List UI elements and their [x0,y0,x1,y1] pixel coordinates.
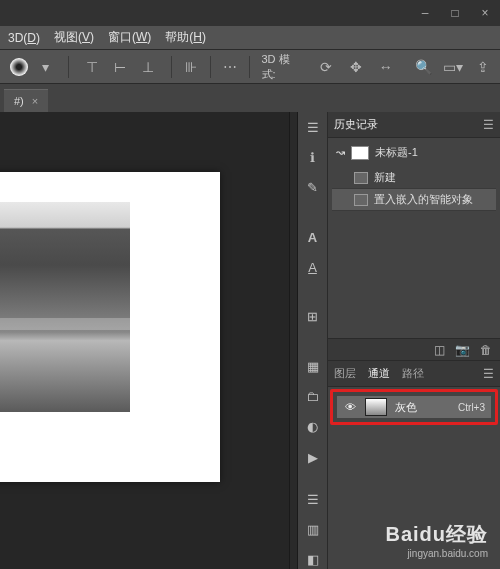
slide-3d-icon[interactable]: ↔ [375,56,397,78]
character-panel-icon[interactable]: A [303,228,323,246]
channels-panel: 图层 通道 路径 ☰ 👁 灰色 Ctrl+3 [328,361,500,569]
share-icon[interactable]: ⇪ [472,56,494,78]
menu-3d[interactable]: 3D(D) [8,31,40,45]
minimize-button[interactable]: – [418,6,432,20]
panel-menu-icon[interactable]: ☰ [483,367,494,381]
visibility-eye-icon[interactable]: 👁 [343,401,357,413]
align-more-icon[interactable]: ⊪ [180,56,202,78]
type-panel-icon[interactable]: A [303,258,323,276]
rail-menu-icon[interactable]: ☰ [303,118,323,136]
divider [171,56,172,78]
tab-paths[interactable]: 路径 [402,366,424,381]
options-bar: ▾ ⊤ ⊢ ⊥ ⊪ ⋯ 3D 模式: ⟳ ✥ ↔ 🔍 ▭▾ ⇪ [0,50,500,84]
title-bar: – □ × [0,0,500,26]
highlight-annotation: 👁 灰色 Ctrl+3 [330,389,498,425]
workspace-switch-icon[interactable]: ▭▾ [442,56,464,78]
align-top-icon[interactable]: ⊤ [81,56,103,78]
brush-preview-icon[interactable] [10,58,28,76]
tab-layers[interactable]: 图层 [334,366,356,381]
styles-panel-icon[interactable]: ◧ [303,551,323,569]
more-options-icon[interactable]: ⋯ [219,56,241,78]
canvas-area[interactable] [0,112,290,569]
artboard [0,172,220,482]
history-brush-icon: ↝ [336,146,345,159]
divider [249,56,250,78]
panel-menu-icon[interactable]: ☰ [483,118,494,132]
history-step[interactable]: 新建 [332,167,496,189]
trash-icon[interactable]: 🗑 [480,343,492,357]
actions-panel-icon[interactable]: ▶ [303,448,323,466]
document-tab-title: #) [14,95,24,107]
divider [68,56,69,78]
close-button[interactable]: × [478,6,492,20]
menu-bar: 3D(D) 视图(V) 窗口(W) 帮助(H) [0,26,500,50]
menu-window[interactable]: 窗口(W) [108,29,151,46]
history-panel-footer: ◫ 📷 🗑 [328,338,500,360]
placed-image [0,202,130,412]
history-thumb [351,146,369,160]
document-tab-bar: #) × [0,84,500,112]
history-document-row[interactable]: ↝ 未标题-1 [332,142,496,163]
pan-3d-icon[interactable]: ✥ [345,56,367,78]
glyphs-panel-icon[interactable]: ⊞ [303,308,323,326]
menu-view[interactable]: 视图(V) [54,29,94,46]
history-step[interactable]: 置入嵌入的智能对象 [332,189,496,211]
align-vcenter-icon[interactable]: ⊢ [109,56,131,78]
chevron-down-icon[interactable]: ▾ [34,56,56,78]
history-step-label: 置入嵌入的智能对象 [374,192,473,207]
new-doc-icon [354,172,368,184]
tab-history[interactable]: 历史记录 [334,117,378,132]
import-icon[interactable]: ◫ [434,343,445,357]
swatches-panel-icon[interactable]: ▥ [303,520,323,538]
adjustments-panel-icon[interactable]: ◐ [303,418,323,436]
align-bottom-icon[interactable]: ⊥ [137,56,159,78]
divider [210,56,211,78]
orbit-3d-icon[interactable]: ⟳ [315,56,337,78]
tab-channels[interactable]: 通道 [368,366,390,381]
search-icon[interactable]: 🔍 [413,56,435,78]
menu-help[interactable]: 帮助(H) [165,29,206,46]
rail-menu2-icon[interactable]: ☰ [303,490,323,508]
3d-mode-label: 3D 模式: [258,52,308,82]
place-embed-icon [354,194,368,206]
brush-panel-icon[interactable]: ✎ [303,178,323,196]
library-panel-icon[interactable]: 🗀 [303,388,323,406]
snapshot-icon[interactable]: 📷 [455,343,470,357]
history-doc-name: 未标题-1 [375,145,418,160]
maximize-button[interactable]: □ [448,6,462,20]
channel-thumb [365,398,387,416]
document-tab[interactable]: #) × [4,89,48,112]
channel-row-gray[interactable]: 👁 灰色 Ctrl+3 [337,396,491,418]
pattern-panel-icon[interactable]: ▦ [303,357,323,375]
panel-collapse-handle[interactable] [290,112,298,569]
channel-shortcut: Ctrl+3 [458,402,485,413]
channel-name: 灰色 [395,400,417,415]
history-panel: 历史记录 ☰ ↝ 未标题-1 新建 [328,112,500,361]
panel-icon-rail: ☰ ℹ ✎ A A ⊞ ▦ 🗀 ◐ ▶ ☰ ▥ ◧ [298,112,328,569]
info-panel-icon[interactable]: ℹ [303,148,323,166]
right-panels: ☰ ℹ ✎ A A ⊞ ▦ 🗀 ◐ ▶ ☰ ▥ ◧ 历史记录 ☰ [290,112,500,569]
close-tab-icon[interactable]: × [32,95,38,107]
history-step-label: 新建 [374,170,396,185]
